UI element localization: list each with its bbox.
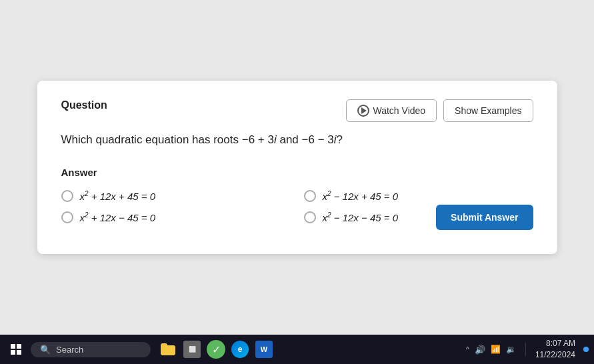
option-3-math: x2 + 12x − 45 = 0: [80, 211, 156, 223]
radio-4[interactable]: [304, 211, 316, 223]
question-label: Question: [61, 99, 107, 111]
windows-icon: [11, 344, 21, 355]
watch-video-label: Watch Video: [373, 105, 426, 116]
edge-icon: e: [231, 341, 249, 358]
time-display: 8:07 AM: [546, 338, 575, 349]
search-icon: 🔍: [40, 345, 51, 355]
radio-3[interactable]: [61, 211, 73, 223]
remote-icon: ⬜: [183, 341, 201, 358]
wifi-icon: 📶: [491, 345, 501, 354]
option-1[interactable]: x2 + 12x + 45 = 0: [61, 190, 291, 202]
taskbar: 🔍 Search ⬜ ✓ e W ^ 🔊 📶 �: [0, 335, 594, 364]
watch-video-button[interactable]: Watch Video: [346, 99, 437, 122]
check-app-icon: ✓: [207, 340, 225, 359]
option-3[interactable]: x2 + 12x − 45 = 0: [61, 211, 291, 223]
main-content: Question Watch Video Show Examples Which…: [0, 0, 594, 335]
radio-1[interactable]: [61, 190, 73, 202]
date-display: 11/22/2024: [535, 349, 575, 361]
play-circle-icon: [357, 105, 369, 117]
word-app-icon: W: [255, 341, 273, 358]
taskbar-divider: [525, 343, 526, 356]
option-2-math: x2 − 12x + 45 = 0: [323, 190, 399, 202]
radio-2[interactable]: [304, 190, 316, 202]
edge-browser-icon[interactable]: e: [229, 339, 251, 360]
chevron-up-icon[interactable]: ^: [466, 345, 469, 353]
answer-label: Answer: [61, 167, 533, 178]
taskbar-icons: ⬜ ✓ e W: [157, 339, 275, 360]
question-text: Which quadratic equation has roots −6 + …: [61, 131, 533, 149]
show-examples-button[interactable]: Show Examples: [443, 99, 533, 122]
header-buttons: Watch Video Show Examples: [346, 99, 533, 122]
taskbar-right: ^ 🔊 📶 🔉 8:07 AM 11/22/2024: [466, 338, 589, 361]
checkmark-app-icon[interactable]: ✓: [205, 339, 227, 360]
word-icon[interactable]: W: [253, 339, 275, 360]
submit-answer-button[interactable]: Submit Answer: [436, 205, 533, 230]
search-bar[interactable]: 🔍 Search: [31, 342, 151, 357]
folder-icon: [161, 343, 175, 355]
card-header: Question Watch Video Show Examples: [61, 99, 533, 122]
system-icons: ^ 🔊 📶 🔉: [466, 345, 516, 355]
option-2[interactable]: x2 − 12x + 45 = 0: [304, 190, 533, 202]
play-triangle-icon: [361, 107, 367, 114]
option-4-math: x2 − 12x − 45 = 0: [323, 211, 399, 223]
option-1-math: x2 + 12x + 45 = 0: [80, 190, 156, 202]
start-button[interactable]: [5, 339, 27, 360]
speaker-icon[interactable]: 🔊: [475, 345, 485, 355]
search-placeholder: Search: [56, 345, 83, 355]
question-card: Question Watch Video Show Examples Which…: [37, 81, 557, 255]
notification-dot[interactable]: [583, 347, 589, 352]
datetime[interactable]: 8:07 AM 11/22/2024: [535, 338, 575, 361]
file-explorer-icon[interactable]: [157, 339, 179, 360]
remote-desktop-icon[interactable]: ⬜: [181, 339, 203, 360]
volume-icon[interactable]: 🔉: [506, 345, 516, 354]
